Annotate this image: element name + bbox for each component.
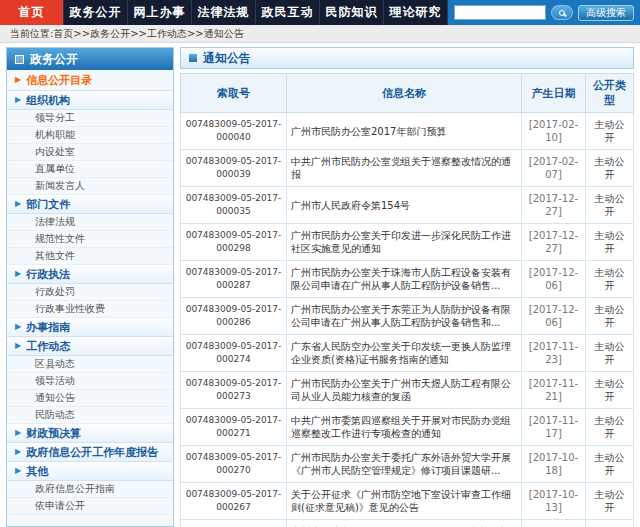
sidebar-item-label: 规范性文件 — [35, 232, 85, 246]
arrow-icon: ▶ — [15, 270, 21, 278]
sidebar-item-label: 机构职能 — [35, 128, 75, 142]
sidebar-header: 政务公开 — [7, 48, 173, 70]
nav-item[interactable]: 理论研究 — [384, 0, 448, 25]
arrow-icon: ▶ — [15, 342, 21, 350]
doc-title-link[interactable]: 广州市民防办公室关于委托广东外语外贸大学开展《广州市人民防空管理规定》修订项目课… — [287, 446, 522, 483]
sidebar-item[interactable]: ▶行政执法 — [7, 265, 173, 284]
sidebar-item-label: 新闻发言人 — [35, 179, 85, 193]
sidebar-item[interactable]: ▶工作动态 — [7, 337, 173, 356]
doc-title-link[interactable]: 广东省人民防空办公室关于印发统一更换人防监理企业资质(资格)证书服务指南的通知 — [287, 335, 522, 372]
doc-title-link[interactable]: 广州市民防办公室关于广州市天煜人防工程有限公司从业人员能力核查的复函 — [287, 372, 522, 409]
doc-title-link[interactable]: 广州市民防办公室关于东莞正为人防防护设备有限公司申请在广州从事人防工程防护设备销… — [287, 298, 522, 335]
sidebar-item-label: 内设处室 — [35, 145, 75, 159]
doc-type-cell: 主动公开 — [586, 409, 634, 446]
doc-title-link[interactable]: 广州市民防办公室关于珠海市人防工程设备安装有限公司申请在广州从事人防工程防护设备… — [287, 261, 522, 298]
top-nav-items: 首页政务公开网上办事法律法规政民互动民防知识理论研究 — [0, 0, 448, 25]
sidebar-item[interactable]: 内设处室 — [7, 144, 173, 161]
doc-id-cell: 007483009-05-2017-000286 — [181, 298, 287, 335]
column-header: 产生日期 — [522, 74, 586, 113]
sidebar-item[interactable]: ▶部门文件 — [7, 195, 173, 214]
sidebar-item[interactable]: ▶政府信息公开工作年度报告 — [7, 443, 173, 462]
doc-date-cell: [2017-12-27] — [522, 224, 586, 261]
search-icon — [559, 10, 565, 16]
arrow-icon: ▶ — [15, 448, 21, 456]
sidebar-item[interactable]: 领导活动 — [7, 373, 173, 390]
sidebar-item-label: 其他文件 — [35, 249, 75, 263]
table-row: 007483009-05-2017-000273广州市民防办公室关于广州市天煜人… — [181, 372, 634, 409]
doc-title-link[interactable]: 广州市民防办公室关于印发进一步深化民防工作进社区实施意见的通知 — [287, 224, 522, 261]
doc-type-cell: 主动公开 — [586, 261, 634, 298]
sidebar-item[interactable]: 领导分工 — [7, 110, 173, 127]
table-row: 007483009-05-2017-000270广州市民防办公室关于委托广东外语… — [181, 446, 634, 483]
sidebar-item[interactable]: 民防动态 — [7, 407, 173, 424]
doc-date-cell: [2017-11-21] — [522, 372, 586, 409]
sidebar-item-label: 民防动态 — [35, 408, 75, 422]
sidebar-item[interactable]: 规范性文件 — [7, 231, 173, 248]
sidebar-item-label: 通知公告 — [35, 391, 75, 405]
doc-id-cell: 007483009-05-2017-000274 — [181, 335, 287, 372]
doc-type-cell: 主动公开 — [586, 335, 634, 372]
table-row: 007483009-05-2017-000040广州市民防办公室2017年部门预… — [181, 113, 634, 150]
nav-item[interactable]: 首页 — [0, 0, 64, 25]
doc-id-cell: 007483009-05-2017-000270 — [181, 446, 287, 483]
doc-date-cell: [2017-11-17] — [522, 409, 586, 446]
sidebar-item[interactable]: 依申请公开 — [7, 498, 173, 515]
section-header: 通知公告 — [180, 47, 634, 69]
doc-type-cell: 主动公开 — [586, 150, 634, 187]
sidebar-item[interactable]: 政府信息公开指南 — [7, 481, 173, 498]
search-input[interactable] — [454, 5, 546, 20]
sidebar-item[interactable]: 行政处罚 — [7, 284, 173, 301]
sidebar-item[interactable]: 直属单位 — [7, 161, 173, 178]
table-row: 007483009-05-2017-000035广州市人民政府令第154号[20… — [181, 187, 634, 224]
sidebar-item[interactable]: ▶组织机构 — [7, 91, 173, 110]
nav-item[interactable]: 网上办事 — [128, 0, 192, 25]
notice-table: 索取号信息名称产生日期公开类型 007483009-05-2017-000040… — [180, 73, 634, 527]
arrow-icon: ▶ — [15, 323, 21, 331]
doc-title-link[interactable]: 广州市民防办公室2017年部门预算 — [287, 113, 522, 150]
sidebar-item-label: 依申请公开 — [35, 499, 85, 513]
sidebar-item[interactable]: 法律法规 — [7, 214, 173, 231]
doc-title-link[interactable]: 广州市人民政府令第154号 — [287, 187, 522, 224]
doc-type-cell: 主动公开 — [586, 372, 634, 409]
doc-date-cell: [2017-10-18] — [522, 446, 586, 483]
sidebar-item[interactable]: 其他文件 — [7, 248, 173, 265]
nav-item[interactable]: 政民互动 — [256, 0, 320, 25]
sidebar-item[interactable]: 行政事业性收费 — [7, 301, 173, 318]
sidebar-item[interactable]: 机构职能 — [7, 127, 173, 144]
doc-date-cell: [2017-02-10] — [522, 113, 586, 150]
doc-id-cell: 007483009-05-2017-000039 — [181, 150, 287, 187]
arrow-icon: ▶ — [15, 76, 21, 84]
nav-item[interactable]: 法律法规 — [192, 0, 256, 25]
nav-item[interactable]: 政务公开 — [64, 0, 128, 25]
sidebar-item[interactable]: ▶其他 — [7, 462, 173, 481]
table-row: 007483009-05-2017-000267关于公开征求《广州市防空地下室设… — [181, 483, 634, 520]
top-nav-bar: 首页政务公开网上办事法律法规政民互动民防知识理论研究 高级搜索 — [0, 0, 640, 25]
table-row: 007483009-05-2017-000228广州市民防办公室关于召开2017… — [181, 520, 634, 527]
sidebar-item[interactable]: 通知公告 — [7, 390, 173, 407]
doc-type-cell: 主动公开 — [586, 520, 634, 527]
sidebar-item[interactable]: ▶办事指南 — [7, 318, 173, 337]
search-button[interactable] — [551, 5, 573, 20]
doc-date-cell: [2017-09-30] — [522, 520, 586, 527]
doc-title-link[interactable]: 中共广州市民防办公室党组关于巡察整改情况的通报 — [287, 150, 522, 187]
doc-type-cell: 主动公开 — [586, 113, 634, 150]
notice-table-body: 007483009-05-2017-000040广州市民防办公室2017年部门预… — [181, 113, 634, 527]
column-header: 索取号 — [181, 74, 287, 113]
sidebar-item[interactable]: ▶财政预决算 — [7, 424, 173, 443]
doc-title-link[interactable]: 广州市民防办公室关于召开2017年第三季度人防工程质量安全通报会的通知 — [287, 520, 522, 527]
sidebar-item[interactable]: ▶信息公开目录 — [7, 70, 173, 91]
nav-item[interactable]: 民防知识 — [320, 0, 384, 25]
doc-id-cell: 007483009-05-2017-000287 — [181, 261, 287, 298]
doc-date-cell: [2017-12-06] — [522, 298, 586, 335]
table-row: 007483009-05-2017-000274广东省人民防空办公室关于印发统一… — [181, 335, 634, 372]
doc-title-link[interactable]: 中共广州市委第四巡察组关于开展对市民防办党组巡察整改工作进行专项检查的通知 — [287, 409, 522, 446]
sidebar-item-label: 工作动态 — [26, 339, 70, 354]
doc-title-link[interactable]: 关于公开征求《广州市防空地下室设计审查工作细则(征求意见稿)》意见的公告 — [287, 483, 522, 520]
doc-id-cell: 007483009-05-2017-000298 — [181, 224, 287, 261]
sidebar-item[interactable]: 新闻发言人 — [7, 178, 173, 195]
sidebar-item[interactable]: 区县动态 — [7, 356, 173, 373]
column-header: 信息名称 — [287, 74, 522, 113]
sidebar-item-label: 领导分工 — [35, 111, 75, 125]
sidebar-item-label: 行政执法 — [26, 267, 70, 282]
advanced-search-button[interactable]: 高级搜索 — [578, 5, 634, 21]
